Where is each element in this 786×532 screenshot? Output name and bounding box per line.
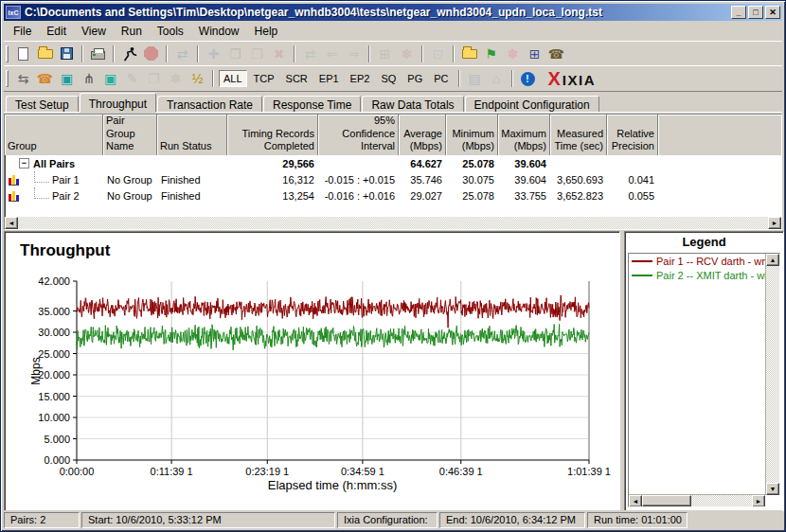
- title-bar[interactable]: IxC C:\Documents and Settings\Tim\Deskto…: [4, 4, 782, 21]
- toolbar-separator: [294, 45, 295, 62]
- toolbar-grip[interactable]: [6, 70, 9, 87]
- scrollbar-track[interactable]: [691, 495, 752, 506]
- protocol-ep2-button[interactable]: EP2: [346, 70, 375, 87]
- toolbar-grip[interactable]: [6, 45, 9, 62]
- ixia-chassis-icon: ▤: [464, 68, 486, 89]
- replicate-pair-icon: ⊡: [427, 44, 449, 64]
- menu-tools[interactable]: Tools: [150, 23, 191, 40]
- menu-window[interactable]: Window: [191, 23, 247, 40]
- column-header-maximum[interactable]: Maximum (Mbps): [498, 115, 550, 155]
- column-header-average[interactable]: Average (Mbps): [399, 115, 446, 155]
- scrollbar-thumb[interactable]: [642, 495, 691, 506]
- protocol-ep1-button[interactable]: EP1: [314, 70, 344, 87]
- stop-test-icon: [140, 44, 162, 64]
- protocol-tcp-button[interactable]: TCP: [249, 70, 279, 87]
- toolbar-separator: [197, 45, 199, 62]
- tab-throughput[interactable]: Throughput: [80, 93, 156, 112]
- table-row-pair-2[interactable]: Pair 2No GroupFinished13,254-0.016 : +0.…: [5, 187, 781, 204]
- column-header-pair-group[interactable]: Pair Group Name: [103, 115, 157, 155]
- cell-maximum: 33.755: [498, 190, 550, 202]
- dialup-pair-icon[interactable]: ☎: [34, 68, 56, 89]
- new-test-icon[interactable]: [12, 44, 34, 64]
- disconnect-pairs-icon: ✽: [396, 44, 418, 64]
- scrollbar-track[interactable]: [18, 217, 768, 229]
- paste-pair-icon: ❒: [246, 44, 268, 64]
- menu-run[interactable]: Run: [114, 23, 150, 40]
- protocol-pg-button[interactable]: PG: [402, 70, 427, 87]
- cell-maximum: 39.604: [498, 158, 550, 169]
- import-config-icon: ⌂: [486, 68, 508, 89]
- protocol-pc-button[interactable]: PC: [429, 70, 453, 87]
- print-icon[interactable]: [87, 44, 109, 64]
- maximize-button[interactable]: □: [748, 6, 763, 19]
- menu-file[interactable]: File: [6, 23, 39, 40]
- scroll-right-icon[interactable]: ►: [752, 495, 765, 507]
- cell-timing-records: 16,312: [227, 174, 318, 186]
- scroll-right-icon[interactable]: ►: [768, 217, 781, 229]
- status-start: Start: 10/6/2010, 5:33:12 PM: [81, 512, 335, 528]
- timing-records-icon[interactable]: ½: [187, 68, 208, 89]
- ixia-logo: X IXIA: [548, 69, 597, 88]
- test-wizard-icon[interactable]: ⚑: [480, 44, 502, 64]
- column-header-measured[interactable]: Measured Time (sec): [550, 115, 607, 155]
- cell-group: Pair 2: [5, 187, 103, 204]
- video-multicast-icon[interactable]: ▣: [99, 68, 121, 89]
- close-button[interactable]: ✕: [765, 6, 780, 19]
- column-header-relative[interactable]: Relative Precision: [607, 115, 658, 155]
- save-test-icon[interactable]: [56, 44, 78, 64]
- column-header-timing-records[interactable]: Timing Records Completed: [227, 115, 318, 155]
- protocol-sq-button[interactable]: SQ: [376, 70, 401, 87]
- support-info-button[interactable]: !: [517, 68, 539, 89]
- scroll-left-icon[interactable]: ◄: [629, 495, 642, 507]
- multicast-group-icon[interactable]: ⋔: [78, 68, 99, 89]
- toolbar-separator: [453, 45, 455, 62]
- connect-pairs-icon: ⊞: [374, 44, 396, 64]
- column-header-run-status[interactable]: Run Status: [157, 115, 227, 155]
- scroll-down-icon[interactable]: ▼: [766, 483, 779, 495]
- voip-wizard-icon[interactable]: ☎: [545, 44, 567, 64]
- table-horizontal-scrollbar[interactable]: ◄ ►: [5, 217, 781, 229]
- menu-view[interactable]: View: [74, 23, 114, 40]
- open-test-icon[interactable]: [34, 44, 56, 64]
- assess-wizard-icon[interactable]: ✽: [502, 44, 524, 64]
- collapse-icon[interactable]: −: [19, 158, 29, 168]
- tab-test-setup[interactable]: Test Setup: [6, 96, 79, 112]
- table-row-all-pairs[interactable]: −All Pairs29,56664.62725.07839.604: [5, 155, 781, 171]
- throughput-chart-panel: 0.0005.00010.00015.00020.00025.00030.000…: [4, 231, 620, 511]
- tab-transaction-rate[interactable]: Transaction Rate: [157, 96, 262, 112]
- compare-results-icon[interactable]: [458, 44, 480, 64]
- svg-text:25.000: 25.000: [38, 348, 70, 360]
- column-header-minimum[interactable]: Minimum (Mbps): [446, 115, 498, 155]
- endpoint-pair-icon[interactable]: ⇆: [12, 68, 34, 89]
- scroll-up-icon[interactable]: ▲: [766, 254, 779, 266]
- cell-measured: 3,650.693: [550, 174, 607, 186]
- swap-endpoints-icon: ⇄: [299, 44, 321, 64]
- status-pairs: Pairs: 2: [4, 512, 80, 528]
- tab-endpoint-configuration[interactable]: Endpoint Configuration: [465, 96, 599, 112]
- toolbar-separator: [81, 45, 83, 62]
- legend-horizontal-scrollbar[interactable]: ◄ ►: [629, 494, 765, 506]
- legend-entry-pair-2[interactable]: Pair 2 -- XMIT darth - wn: [629, 268, 779, 282]
- column-header-95-confidence[interactable]: 95% Confidence Interval: [318, 115, 399, 155]
- minimize-button[interactable]: _: [731, 6, 746, 19]
- legend-entry-pair-1[interactable]: Pair 1 -- RCV darth - wnh: [629, 254, 779, 268]
- menu-edit[interactable]: Edit: [39, 23, 74, 40]
- menu-help[interactable]: Help: [247, 23, 286, 40]
- table-row-pair-1[interactable]: Pair 1No GroupFinished16,312-0.015 : +0.…: [5, 171, 781, 187]
- video-pair-icon[interactable]: ▣: [56, 68, 78, 89]
- svg-text:15.000: 15.000: [38, 391, 70, 402]
- scroll-left-icon[interactable]: ◄: [5, 217, 18, 229]
- tree-branch: [34, 187, 49, 199]
- svg-text:5.000: 5.000: [44, 434, 70, 445]
- protocol-scr-button[interactable]: SCR: [281, 70, 313, 87]
- legend-line-swatch: [632, 260, 652, 262]
- protocol-all-button[interactable]: ALL: [219, 70, 247, 87]
- svg-text:30.000: 30.000: [38, 327, 70, 338]
- run-test-icon[interactable]: [118, 44, 140, 64]
- legend-vertical-scrollbar[interactable]: ▲ ▼: [765, 254, 779, 495]
- tab-response-time[interactable]: Response Time: [263, 96, 361, 112]
- cell-95-confidence: -0.015 : +0.015: [318, 174, 399, 186]
- tab-raw-data-totals[interactable]: Raw Data Totals: [362, 96, 463, 112]
- column-header-group[interactable]: Group: [5, 115, 103, 155]
- endpoint-map-icon[interactable]: ⊞: [524, 44, 545, 64]
